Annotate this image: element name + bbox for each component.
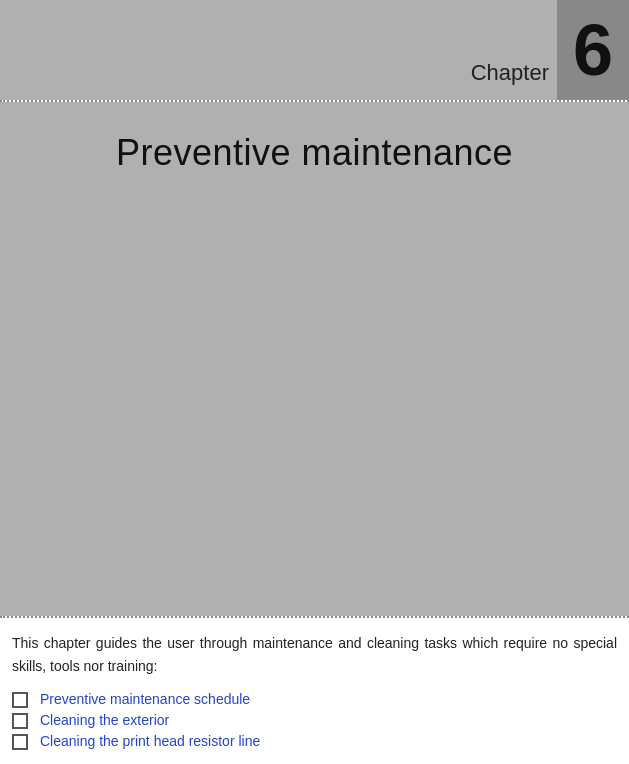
checkbox-icon bbox=[12, 734, 28, 750]
toc-link[interactable]: Cleaning the exterior bbox=[40, 712, 169, 728]
toc-list: Preventive maintenance scheduleCleaning … bbox=[0, 687, 629, 764]
bottom-area: This chapter guides the user through mai… bbox=[0, 616, 629, 764]
toc-link[interactable]: Preventive maintenance schedule bbox=[40, 691, 250, 707]
chapter-number-box: 6 bbox=[557, 0, 629, 100]
toc-link[interactable]: Cleaning the print head resistor line bbox=[40, 733, 260, 749]
checkbox-icon bbox=[12, 713, 28, 729]
content-gray-area bbox=[0, 214, 629, 616]
chapter-label: Chapter bbox=[471, 60, 557, 90]
chapter-number: 6 bbox=[573, 14, 613, 86]
chapter-label-area: Chapter bbox=[471, 60, 557, 100]
chapter-header: Chapter 6 bbox=[0, 0, 629, 100]
title-area: Preventive maintenance bbox=[0, 102, 629, 214]
page: Chapter 6 Preventive maintenance This ch… bbox=[0, 0, 629, 764]
list-item: Cleaning the print head resistor line bbox=[12, 733, 617, 750]
page-title: Preventive maintenance bbox=[60, 132, 569, 174]
chapter-description: This chapter guides the user through mai… bbox=[0, 618, 629, 687]
list-item: Cleaning the exterior bbox=[12, 712, 617, 729]
checkbox-icon bbox=[12, 692, 28, 708]
list-item: Preventive maintenance schedule bbox=[12, 691, 617, 708]
